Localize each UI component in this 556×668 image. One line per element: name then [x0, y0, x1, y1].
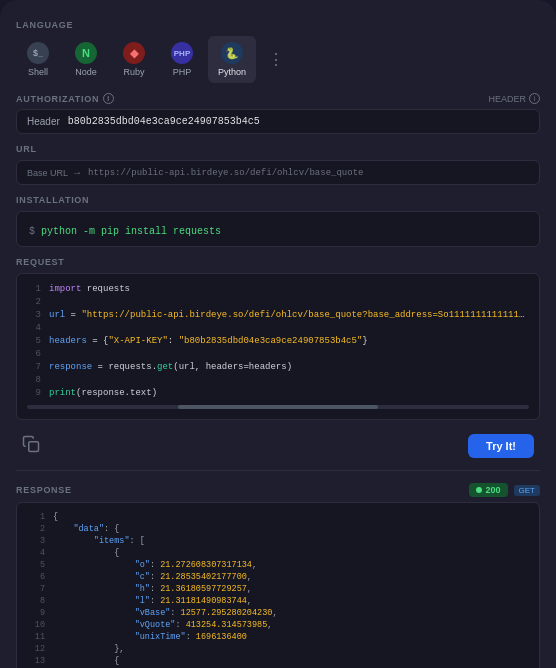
url-input-row: Base URL → https://public-api.birdeye.so…: [16, 160, 540, 185]
status-code: 200: [486, 485, 501, 495]
code-line-2: 2: [17, 295, 539, 308]
code-line-4: 4: [17, 321, 539, 334]
divider: [16, 470, 540, 471]
lang-tab-python[interactable]: 🐍 Python: [208, 36, 256, 83]
response-code-block: 1{ 2 "data": { 3 "items": [ 4 { 5 "o": 2…: [16, 502, 540, 668]
resp-line-8: 8 "l": 21.31181490983744,: [17, 595, 539, 607]
code-line-9: 9 print(response.text): [17, 386, 539, 399]
lang-tab-node[interactable]: N Node: [64, 36, 108, 83]
auth-field-label: Header: [27, 116, 60, 127]
language-tabs: $_ Shell N Node ◆ Ruby PHP PHP 🐍 Python …: [16, 36, 540, 83]
python-label: Python: [218, 67, 246, 77]
more-languages-button[interactable]: ⋮: [264, 46, 288, 73]
resp-line-10: 10 "vQuote": 413254.314573985,: [17, 619, 539, 631]
response-label: RESPONSE: [16, 485, 72, 495]
node-icon: N: [75, 42, 97, 64]
url-value: https://public-api.birdeye.so/defi/ohlcv…: [88, 168, 363, 178]
resp-line-5: 5 "o": 21.272608307317134,: [17, 559, 539, 571]
code-scrollbar-thumb: [178, 405, 379, 409]
response-section: RESPONSE 200 GET 1{ 2 "data": { 3 "items…: [16, 483, 540, 668]
resp-line-7: 7 "h": 21.36180597729257,: [17, 583, 539, 595]
lang-tab-shell[interactable]: $_ Shell: [16, 36, 60, 83]
resp-line-11: 11 "unixTime": 1696136400: [17, 631, 539, 643]
response-header: RESPONSE 200 GET: [16, 483, 540, 497]
language-section: LANGUAGE $_ Shell N Node ◆ Ruby PHP PHP …: [16, 20, 540, 83]
request-section: REQUEST 1 import requests 2 3 url = "htt…: [16, 257, 540, 420]
url-arrow: →: [72, 167, 82, 178]
installation-section: INSTALLATION $ python -m pip install req…: [16, 195, 540, 247]
header-badge: HEADER i: [488, 93, 540, 104]
request-label: REQUEST: [16, 257, 540, 267]
install-code-box: $ python -m pip install requests: [16, 211, 540, 247]
installation-label: INSTALLATION: [16, 195, 540, 205]
auth-field-value: b80b2835dbd04e3ca9ce24907853b4c5: [68, 116, 260, 127]
copy-button[interactable]: [22, 435, 40, 457]
ruby-label: Ruby: [123, 67, 144, 77]
auth-input-row: Header b80b2835dbd04e3ca9ce24907853b4c5: [16, 109, 540, 134]
try-it-button[interactable]: Try It!: [468, 434, 534, 458]
code-line-7: 7 response = requests.get(url, headers=h…: [17, 360, 539, 373]
status-type: GET: [514, 485, 540, 496]
authorization-section: AUTHORIZATION i HEADER i Header b80b2835…: [16, 93, 540, 134]
url-label: URL: [16, 144, 540, 154]
code-line-8: 8: [17, 373, 539, 386]
shell-label: Shell: [28, 67, 48, 77]
base-url-label: Base URL →: [27, 167, 82, 178]
code-scrollbar[interactable]: [27, 405, 529, 409]
shell-icon: $_: [27, 42, 49, 64]
code-line-3: 3 url = "https://public-api.birdeye.so/d…: [17, 308, 539, 321]
code-line-1: 1 import requests: [17, 282, 539, 295]
ruby-icon: ◆: [123, 42, 145, 64]
request-code-block: 1 import requests 2 3 url = "https://pub…: [16, 273, 540, 420]
resp-line-3: 3 "items": [: [17, 535, 539, 547]
resp-line-1: 1{: [17, 511, 539, 523]
lang-tab-ruby[interactable]: ◆ Ruby: [112, 36, 156, 83]
svg-rect-0: [29, 442, 39, 452]
try-footer: Try It!: [16, 430, 540, 458]
status-dot: [476, 487, 482, 493]
install-code: $ python -m pip install requests: [29, 226, 221, 237]
resp-line-4: 4 {: [17, 547, 539, 559]
status-badge: 200: [469, 483, 508, 497]
lang-tab-php[interactable]: PHP PHP: [160, 36, 204, 83]
resp-line-2: 2 "data": {: [17, 523, 539, 535]
language-label: LANGUAGE: [16, 20, 540, 30]
url-section: URL Base URL → https://public-api.birdey…: [16, 144, 540, 185]
resp-line-9: 9 "vBase": 12577.295280204230,: [17, 607, 539, 619]
php-label: PHP: [173, 67, 192, 77]
python-icon: 🐍: [221, 42, 243, 64]
code-line-5: 5 headers = {"X-API-KEY": "b80b2835dbd04…: [17, 334, 539, 347]
auth-info-icon[interactable]: i: [103, 93, 114, 104]
authorization-label: AUTHORIZATION i: [16, 93, 114, 104]
header-info-icon[interactable]: i: [529, 93, 540, 104]
resp-line-12: 12 },: [17, 643, 539, 655]
php-icon: PHP: [171, 42, 193, 64]
code-line-6: 6: [17, 347, 539, 360]
install-prompt: $: [29, 226, 41, 237]
resp-line-6: 6 "c": 21.28535402177700,: [17, 571, 539, 583]
resp-line-13: 13 {: [17, 655, 539, 667]
device-frame: LANGUAGE $_ Shell N Node ◆ Ruby PHP PHP …: [0, 0, 556, 668]
node-label: Node: [75, 67, 97, 77]
